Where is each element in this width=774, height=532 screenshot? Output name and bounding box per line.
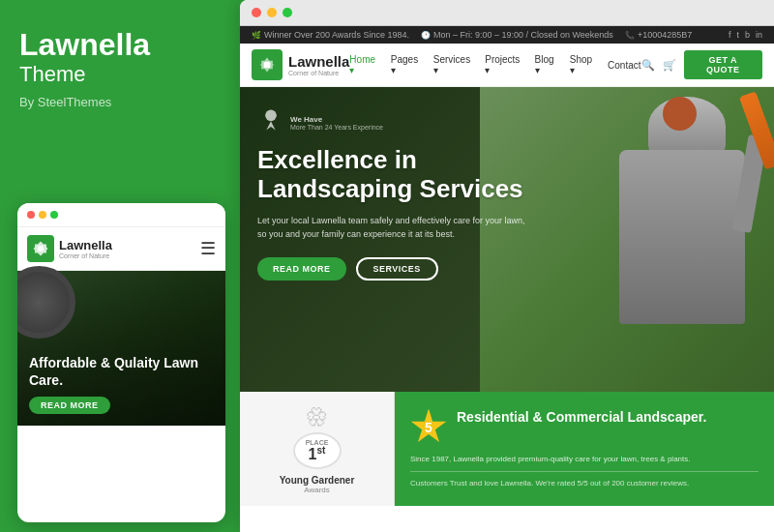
nav-link-pages[interactable]: Pages ▾ [391, 54, 424, 75]
mobile-navbar: Lawnella Corner of Nature ☰ [17, 227, 225, 271]
award-subtitle: Awards [304, 486, 330, 494]
mobile-dot-green [50, 211, 58, 219]
hero-badge-title: We Have [290, 115, 383, 124]
svg-point-2 [265, 110, 277, 122]
brand-subtitle: Theme [19, 62, 221, 87]
promo-divider [410, 471, 759, 472]
main-panel: 🌿 Winner Over 200 Awards Since 1984. 🕐 M… [240, 0, 774, 532]
clock-icon: 🕐 [421, 31, 431, 40]
award-card: 🏵 PLACE 1st Young Gardener Awards [240, 392, 395, 506]
phone-icon: 📞 [625, 31, 635, 40]
hero-buttons: READ MORE SERVICES [257, 257, 757, 281]
nav-link-services[interactable]: Services ▾ [433, 54, 475, 75]
promo-card: 5 Residential & Commercial Landscaper. S… [395, 392, 774, 506]
brand-title: Lawnella [19, 29, 221, 60]
star-number: 5 [425, 421, 432, 434]
star-badge-container: 5 [410, 409, 447, 446]
left-panel: Lawnella Theme By SteelThemes Lawnella [0, 0, 240, 532]
twitter-icon[interactable]: t [736, 30, 739, 40]
topbar-phone: 📞 +10004285B7 [625, 30, 692, 40]
site-logo-text: Lawnella [288, 53, 349, 70]
site-logo-icon [252, 49, 283, 80]
wreath-icon: 🏵 [306, 403, 329, 430]
mobile-dot-red [27, 211, 35, 219]
promo-top: 5 Residential & Commercial Landscaper. [410, 409, 759, 446]
nav-link-home[interactable]: Home ▾ [349, 54, 380, 75]
topbar-social: f t b in [729, 30, 762, 40]
browser-dot-red [252, 8, 261, 17]
site-hero: We Have More Than 24 Years Experince Exc… [240, 87, 774, 392]
mobile-logo-area: Lawnella Corner of Nature [27, 235, 112, 262]
browser-dot-green [283, 8, 292, 17]
search-icon[interactable]: 🔍 [641, 59, 655, 72]
mobile-read-more-button[interactable]: READ MORE [29, 397, 110, 414]
nav-link-shop[interactable]: Shop ▾ [570, 54, 598, 75]
hero-content: We Have More Than 24 Years Experince Exc… [240, 87, 774, 300]
mobile-dot-yellow [39, 211, 46, 219]
mobile-logo-text: Lawnella [59, 238, 112, 252]
hero-description: Let your local Lawnella team safely and … [257, 214, 528, 242]
facebook-icon[interactable]: f [729, 30, 731, 40]
award-title: Young Gardener [280, 475, 355, 486]
browser-chrome [240, 0, 774, 26]
mobile-logo-sub: Corner of Nature [59, 252, 112, 259]
mobile-logo-icon [27, 235, 54, 262]
nav-link-blog[interactable]: Blog ▾ [535, 54, 560, 75]
promo-title: Residential & Commercial Landscaper. [457, 409, 706, 426]
hero-badge-icon [257, 106, 284, 138]
site-topbar: 🌿 Winner Over 200 Awards Since 1984. 🕐 M… [240, 26, 774, 44]
site-nav-actions: 🔍 🛒 GET A QUOTE [641, 50, 762, 79]
nav-link-projects[interactable]: Projects ▾ [485, 54, 524, 75]
promo-review: Customers Trust and love Lawnella. We're… [410, 478, 759, 489]
site-logo-sub: Corner of Nature [288, 70, 349, 76]
mobile-hero-text: Affordable & Qulaity Lawn Care. READ MOR… [29, 354, 214, 414]
linkedin-icon[interactable]: in [756, 30, 762, 40]
topbar-hours: 🕐 Mon – Fri: 9:00 – 19:00 / Closed on We… [421, 30, 613, 40]
hero-read-more-button[interactable]: READ MORE [257, 257, 346, 281]
star-icon: 5 [410, 409, 447, 446]
hero-badge-sub: More Than 24 Years Experince [290, 124, 383, 131]
leaf-icon: 🌿 [252, 31, 261, 40]
svg-rect-0 [38, 246, 44, 251]
hero-badge: We Have More Than 24 Years Experince [257, 106, 757, 138]
brand-by: By SteelThemes [19, 95, 221, 109]
mobile-browser-bar [17, 203, 225, 227]
cart-icon[interactable]: 🛒 [663, 59, 676, 72]
mobile-hero-title: Affordable & Qulaity Lawn Care. [29, 354, 214, 389]
behance-icon[interactable]: b [745, 30, 750, 40]
site-bottom: 🏵 PLACE 1st Young Gardener Awards 5 Resi… [240, 392, 774, 506]
site-nav-links: Home ▾ Pages ▾ Services ▾ Projects ▾ Blo… [349, 54, 640, 75]
site-navbar: Lawnella Corner of Nature Home ▾ Pages ▾… [240, 44, 774, 87]
hero-badge-text: We Have More Than 24 Years Experince [290, 115, 383, 131]
mobile-hero: Affordable & Qulaity Lawn Care. READ MOR… [17, 271, 225, 426]
topbar-award: 🌿 Winner Over 200 Awards Since 1984. [252, 30, 409, 40]
hero-services-button[interactable]: SERVICES [356, 257, 438, 281]
topbar-left: 🌿 Winner Over 200 Awards Since 1984. 🕐 M… [252, 30, 692, 40]
nav-link-contact[interactable]: Contact [608, 60, 640, 71]
browser-dot-yellow [267, 8, 277, 17]
mobile-mockup: Lawnella Corner of Nature ☰ Affordable &… [17, 203, 225, 522]
get-quote-button[interactable]: GET A QUOTE [684, 50, 762, 79]
hamburger-icon[interactable]: ☰ [200, 238, 216, 259]
award-badge: PLACE 1st [293, 432, 342, 469]
site-logo-area: Lawnella Corner of Nature [252, 49, 349, 80]
svg-rect-1 [264, 62, 271, 69]
hero-main-title: Excellence inLandscaping Services [257, 146, 757, 204]
promo-desc: Since 1987, Lawnella provided premium-qu… [410, 454, 759, 465]
award-place-number: 1st [309, 446, 326, 462]
